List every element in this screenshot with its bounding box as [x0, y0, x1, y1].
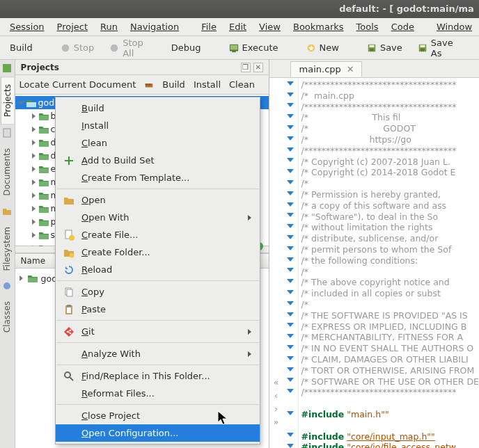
ctx-reformat-files[interactable]: Reformat Files...	[56, 385, 260, 402]
context-menu[interactable]: BuildInstallCleanAdd to Build SetCreate …	[55, 97, 260, 445]
undo-button[interactable]: Und	[476, 40, 479, 56]
nav-down-icon[interactable]: »	[274, 417, 279, 427]
fold-icon[interactable]	[287, 158, 294, 162]
fold-icon[interactable]	[287, 356, 294, 360]
new-button[interactable]: New	[301, 40, 345, 56]
ctx-close-project[interactable]: Close Project	[56, 407, 260, 424]
expand-icon[interactable]	[32, 232, 36, 238]
ctx-analyze-with[interactable]: Analyze With	[56, 345, 260, 362]
fold-icon[interactable]	[287, 191, 294, 195]
fold-icon[interactable]	[287, 235, 294, 239]
expand-icon[interactable]	[32, 140, 36, 145]
ctx-paste[interactable]: Paste	[56, 301, 260, 318]
expand-icon[interactable]	[32, 153, 36, 159]
expand-icon[interactable]	[32, 193, 36, 198]
expand-icon[interactable]	[32, 166, 36, 172]
fold-icon[interactable]	[287, 378, 294, 382]
fold-icon[interactable]	[287, 334, 294, 338]
pane-build[interactable]: Build	[162, 79, 185, 90]
menu-session[interactable]: Session	[4, 19, 50, 34]
fold-icon[interactable]	[287, 411, 294, 415]
tab-classes[interactable]: Classes	[1, 294, 13, 339]
ctx-add-to-build-set[interactable]: Add to Build Set	[56, 152, 260, 169]
menu-tools[interactable]: Tools	[351, 19, 384, 34]
tab-documents[interactable]: Documents	[1, 141, 13, 202]
stop-button[interactable]: Stop	[55, 40, 100, 56]
pane-close-icon[interactable]: ✕	[253, 63, 263, 72]
editor-tab-main[interactable]: main.cpp ✕	[290, 61, 362, 77]
save-as-button[interactable]: Save As	[412, 35, 459, 61]
menu-navigation[interactable]: Navigation	[125, 19, 184, 34]
fold-icon[interactable]	[287, 93, 294, 97]
menu-run[interactable]: Run	[95, 19, 123, 34]
build-icon[interactable]	[144, 80, 154, 90]
menu-project[interactable]: Project	[52, 19, 93, 34]
fold-icon[interactable]	[287, 169, 294, 173]
expand-icon[interactable]	[18, 101, 24, 104]
pane-clean[interactable]: Clean	[229, 79, 255, 90]
nav-up2-icon[interactable]: ‹	[274, 390, 278, 401]
code-text[interactable]: /*********************************** /* …	[299, 78, 479, 448]
expand-icon[interactable]	[32, 206, 36, 211]
close-tab-icon[interactable]: ✕	[347, 64, 354, 74]
ctx-copy[interactable]: Copy	[56, 283, 260, 301]
ctx-reload[interactable]: Reload	[56, 261, 260, 278]
debug-button[interactable]: Debug	[166, 40, 207, 56]
stop-all-button[interactable]: Stop All	[104, 35, 149, 61]
fold-icon[interactable]	[287, 279, 294, 283]
nav-down2-icon[interactable]: ›	[274, 403, 278, 414]
fold-icon[interactable]	[287, 224, 294, 228]
ctx-create-file[interactable]: Create File...	[56, 226, 260, 243]
nav-up-icon[interactable]: «	[274, 377, 279, 387]
pane-install[interactable]: Install	[194, 79, 221, 90]
ctx-build[interactable]: Build	[56, 99, 260, 117]
fold-icon[interactable]	[287, 125, 294, 129]
expand-icon[interactable]	[32, 113, 36, 119]
ctx-git[interactable]: Git	[56, 323, 260, 340]
execute-button[interactable]: Execute	[223, 40, 284, 56]
build-button[interactable]: Build	[4, 40, 38, 56]
ctx-install[interactable]: Install	[56, 117, 260, 134]
menu-window[interactable]: Window	[431, 19, 478, 34]
fold-gutter[interactable]	[283, 78, 299, 448]
expand-icon[interactable]	[19, 275, 23, 281]
tab-projects[interactable]: Projects	[1, 77, 14, 125]
ctx-open[interactable]: Open	[56, 191, 260, 209]
ctx-create-folder[interactable]: Create Folder...	[56, 243, 260, 261]
fold-icon[interactable]	[287, 323, 294, 327]
save-button[interactable]: Save	[361, 40, 408, 56]
fold-icon[interactable]	[287, 257, 294, 262]
menu-file[interactable]: File	[196, 19, 222, 34]
menu-view[interactable]: View	[253, 19, 286, 34]
menu-edit[interactable]: Edit	[223, 19, 252, 34]
fold-icon[interactable]	[287, 81, 294, 86]
fold-icon[interactable]	[287, 136, 294, 141]
ctx-create-from-template[interactable]: Create From Template...	[56, 169, 260, 186]
fold-icon[interactable]	[287, 180, 294, 184]
tab-filesystem[interactable]: Filesystem	[1, 220, 13, 278]
fold-icon[interactable]	[287, 312, 294, 317]
fold-icon[interactable]	[287, 444, 294, 448]
ctx-open-configuration[interactable]: Open Configuration...	[56, 424, 260, 442]
ctx-clean[interactable]: Clean	[56, 134, 260, 152]
pane-restore-icon[interactable]: ❐	[241, 63, 251, 72]
fold-icon[interactable]	[287, 367, 294, 371]
locate-current-doc[interactable]: Locate Current Document	[19, 79, 136, 90]
fold-icon[interactable]	[287, 246, 294, 250]
fold-icon[interactable]	[287, 147, 294, 152]
menu-code[interactable]: Code	[386, 19, 420, 34]
fold-icon[interactable]	[287, 301, 294, 305]
expand-icon[interactable]	[32, 179, 36, 185]
ctx-find-replace-in-this-folder[interactable]: Find/Replace in This Folder...	[56, 367, 260, 385]
expand-icon[interactable]	[32, 127, 36, 132]
fold-icon[interactable]	[287, 114, 294, 118]
fold-icon[interactable]	[287, 202, 294, 207]
fold-icon[interactable]	[287, 103, 294, 107]
code-editor[interactable]: « ‹ › » /*******************************…	[269, 78, 479, 448]
fold-icon[interactable]	[287, 213, 294, 217]
expand-icon[interactable]	[32, 219, 36, 225]
menu-bookmarks[interactable]: Bookmarks	[288, 19, 350, 34]
fold-icon[interactable]	[287, 268, 294, 272]
fold-icon[interactable]	[287, 433, 294, 437]
fold-icon[interactable]	[287, 345, 294, 349]
